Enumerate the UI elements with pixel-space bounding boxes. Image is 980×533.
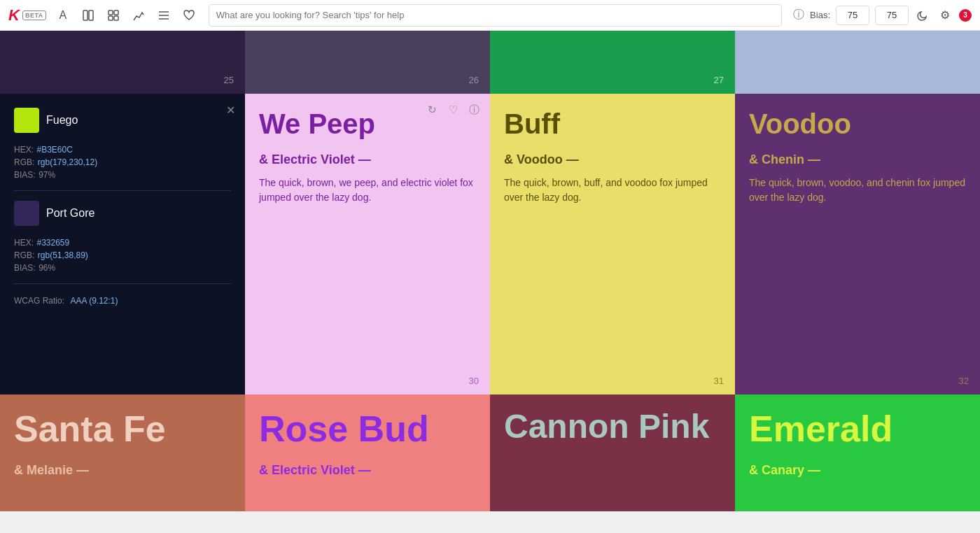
card-santa-fe: Santa Fe & Melanie — — [0, 395, 245, 511]
card-title: Buff — [504, 108, 721, 140]
header: K BETA A — [0, 0, 980, 31]
card-subtitle: & Chenin — — [749, 152, 966, 167]
svg-rect-4 — [108, 16, 113, 20]
heart-icon[interactable]: ♡ — [445, 102, 461, 118]
card-title: Santa Fe — [14, 408, 231, 450]
portgore-bias-value: 96% — [38, 263, 55, 273]
bias-label: Bias: — [810, 10, 830, 20]
detail-divider-2 — [14, 283, 231, 284]
list-icon[interactable] — [155, 7, 172, 24]
logo-k: K — [8, 6, 20, 24]
card-we-peep: ↻ ♡ ⓘ We Peep & Electric Violet — The qu… — [245, 94, 490, 395]
card-subtitle: & Voodoo — — [504, 152, 721, 167]
info-icon[interactable]: ⓘ — [793, 8, 804, 22]
chart-icon[interactable] — [130, 7, 147, 24]
main-grid: 25 26 27 ✕ Fuego HEX: #B3E60C RGB: rgb(1… — [0, 31, 980, 511]
fuego-bias-label: BIAS: — [14, 170, 36, 180]
info-icon[interactable]: ⓘ — [466, 102, 482, 118]
fuego-bias-value: 97% — [38, 170, 55, 180]
moon-icon[interactable] — [914, 7, 931, 24]
card-number: 32 — [959, 376, 969, 386]
card-emerald: Emerald & Canary — — [735, 395, 980, 511]
svg-rect-0 — [83, 10, 88, 20]
fuego-hex-value: #B3E60C — [36, 145, 72, 155]
portgore-rgb-value: rgb(51,38,89) — [38, 250, 88, 260]
text-icon[interactable]: A — [55, 7, 71, 24]
card-subtitle: & Electric Violet — — [259, 463, 476, 478]
svg-rect-1 — [89, 10, 93, 20]
card-action-icons: ↻ ♡ ⓘ — [424, 102, 482, 118]
settings-icon[interactable]: ⚙ — [937, 7, 953, 24]
wcag-label: WCAG Ratio: — [14, 296, 64, 306]
portgore-swatch-row: Port Gore — [14, 201, 231, 226]
card-26: 26 — [245, 31, 490, 94]
card-buff: Buff & Voodoo — The quick, brown, buff, … — [490, 94, 735, 395]
card-27: 27 — [490, 31, 735, 94]
card-cannon-pink: Cannon Pink — [490, 395, 735, 511]
svg-rect-3 — [114, 10, 118, 15]
heart-icon[interactable] — [181, 7, 197, 24]
card-subtitle: & Melanie — — [14, 463, 231, 478]
portgore-rgb-row: RGB: rgb(51,38,89) — [14, 248, 231, 261]
svg-rect-2 — [108, 10, 113, 15]
card-body: The quick, brown, buff, and voodoo fox j… — [504, 176, 721, 205]
close-button[interactable]: ✕ — [226, 104, 235, 117]
card-subtitle: & Canary — — [749, 463, 966, 478]
refresh-icon[interactable]: ↻ — [424, 102, 440, 118]
portgore-hex-value: #332659 — [36, 238, 69, 248]
portgore-bias-row: BIAS: 96% — [14, 261, 231, 273]
notification-badge[interactable]: 3 — [959, 9, 972, 22]
fuego-bias-row: BIAS: 97% — [14, 168, 231, 180]
layout-icon[interactable] — [80, 7, 97, 24]
wcag-row: WCAG Ratio: AAA (9.12:1) — [14, 294, 231, 306]
fuego-rgb-value: rgb(179,230,12) — [38, 157, 97, 167]
card-title: Emerald — [749, 408, 966, 450]
logo: K BETA — [8, 6, 46, 24]
card-body: The quick, brown, voodoo, and chenin fox… — [749, 176, 966, 205]
card-title: Voodoo — [749, 108, 966, 140]
portgore-hex-label: HEX: — [14, 238, 34, 248]
card-number: 27 — [714, 75, 724, 85]
fuego-hex-row: HEX: #B3E60C — [14, 143, 231, 155]
card-body: The quick, brown, we peep, and electric … — [259, 176, 476, 205]
grid-icon[interactable] — [105, 7, 122, 24]
portgore-name: Port Gore — [46, 207, 94, 220]
fuego-rgb-row: RGB: rgb(179,230,12) — [14, 155, 231, 168]
wcag-value: AAA (9.12:1) — [70, 296, 118, 306]
card-number: 26 — [469, 75, 479, 85]
portgore-swatch — [14, 201, 39, 226]
fuego-swatch-row: Fuego — [14, 108, 231, 133]
fuego-hex-label: HEX: — [14, 145, 34, 155]
header-right: ⓘ Bias: ⚙ 3 — [793, 6, 972, 25]
card-number: 31 — [714, 376, 724, 386]
fuego-name: Fuego — [46, 114, 78, 127]
card-number: 30 — [469, 376, 479, 386]
portgore-bias-label: BIAS: — [14, 263, 36, 273]
search-input[interactable] — [209, 4, 782, 27]
portgore-hex-row: HEX: #332659 — [14, 236, 231, 248]
bias-input-1[interactable] — [836, 6, 869, 25]
fuego-swatch — [14, 108, 39, 133]
card-rose-bud: Rose Bud & Electric Violet — — [245, 395, 490, 511]
portgore-rgb-label: RGB: — [14, 250, 34, 260]
card-title: Cannon Pink — [504, 408, 721, 446]
bias-input-2[interactable] — [875, 6, 909, 25]
header-nav-icons: A — [55, 7, 197, 24]
card-number: 25 — [224, 75, 234, 85]
card-28 — [735, 31, 980, 94]
card-voodoo: Voodoo & Chenin — The quick, brown, vood… — [735, 94, 980, 395]
beta-badge: BETA — [22, 10, 46, 20]
detail-divider — [14, 190, 231, 191]
card-subtitle: & Electric Violet — — [259, 152, 476, 167]
detail-panel: ✕ Fuego HEX: #B3E60C RGB: rgb(179,230,12… — [0, 94, 245, 395]
card-title: Rose Bud — [259, 408, 476, 450]
card-25: 25 — [0, 31, 245, 94]
fuego-rgb-label: RGB: — [14, 157, 34, 167]
svg-rect-5 — [114, 16, 118, 20]
